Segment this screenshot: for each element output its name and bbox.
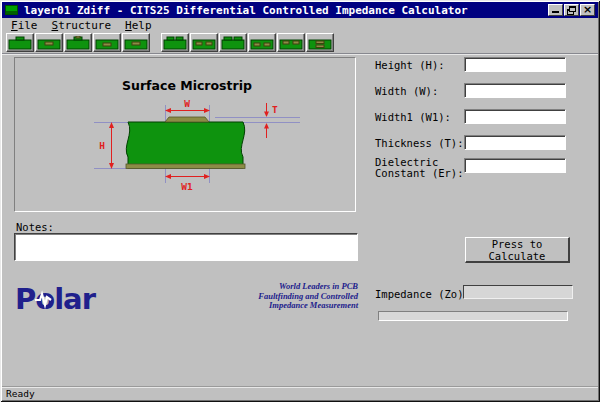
toolbar-button-edge-coupled-offset-stripline[interactable]	[248, 33, 276, 52]
toolbar-button-edge-coupled-coated-microstrip[interactable]	[190, 33, 218, 52]
label-h: H	[99, 140, 105, 151]
width1-label: Width1 (W1):	[375, 112, 465, 123]
centered-stripline-icon	[124, 36, 148, 50]
app-window: layer01 Zdiff - CITS25 Differential Cont…	[0, 0, 600, 402]
title-bar: layer01 Zdiff - CITS25 Differential Cont…	[2, 2, 598, 18]
menu-structure[interactable]: Structure	[45, 18, 119, 34]
broadside-coupled-stripline-icon	[308, 36, 332, 50]
toolbar-button-edge-coupled-embedded-microstrip[interactable]	[219, 33, 247, 52]
toolbar-button-broadside-coupled-stripline[interactable]	[306, 33, 334, 52]
edge-coupled-embedded-microstrip-icon	[221, 36, 245, 50]
dimension-t	[264, 103, 269, 138]
close-icon: ×	[581, 4, 594, 16]
toolbar-button-embedded-microstrip[interactable]	[64, 33, 92, 52]
structure-diagram-panel: Surface Microstrip W	[14, 57, 356, 212]
dimension-w1	[165, 174, 210, 179]
dimension-h	[109, 122, 114, 169]
toolbar-button-coated-microstrip[interactable]	[35, 33, 63, 52]
toolbar-button-centered-stripline[interactable]	[122, 33, 150, 52]
height-input[interactable]	[464, 57, 566, 72]
toolbar-separator	[2, 53, 598, 55]
minimize-icon	[552, 11, 559, 13]
close-button[interactable]: ×	[580, 4, 595, 16]
menu-help[interactable]: Help	[118, 18, 159, 34]
width-label: Width (W):	[375, 86, 465, 97]
app-icon	[5, 5, 18, 15]
toolbar-button-surface-microstrip[interactable]	[6, 33, 34, 52]
notes-label: Notes:	[16, 221, 54, 233]
label-w: W	[184, 98, 190, 109]
height-label: Height (H):	[375, 60, 465, 71]
width1-input[interactable]	[464, 109, 566, 124]
label-w1: W1	[181, 181, 193, 192]
edge-coupled-offset-stripline-icon	[250, 36, 274, 50]
width-input[interactable]	[464, 83, 566, 98]
thickness-input[interactable]	[464, 135, 566, 150]
impedance-label: Impedance (Zo):	[375, 288, 470, 300]
embedded-microstrip-icon	[66, 36, 90, 50]
signal-trace	[165, 117, 209, 122]
status-bar: Ready	[2, 386, 598, 400]
offset-stripline-icon	[95, 36, 119, 50]
toolbar-button-edge-coupled-centered-stripline[interactable]	[277, 33, 305, 52]
coated-microstrip-icon	[37, 36, 61, 50]
ground-plane	[126, 164, 245, 169]
minimize-button[interactable]	[548, 4, 563, 16]
edge-coupled-centered-stripline-icon	[279, 36, 303, 50]
tagline-line: Impedance Measurement	[198, 301, 358, 311]
status-text: Ready	[6, 388, 35, 399]
edge-coupled-surface-microstrip-icon	[163, 36, 187, 50]
notes-input[interactable]	[14, 233, 358, 261]
menu-file[interactable]: File	[4, 18, 45, 34]
window-title: layer01 Zdiff - CITS25 Differential Cont…	[24, 4, 468, 17]
thickness-label: Thickness (T):	[375, 138, 465, 149]
calculate-button[interactable]: Press to Calculate	[465, 237, 570, 263]
company-tagline: World Leaders in PCB Faultfinding and Co…	[198, 282, 358, 311]
edge-coupled-coated-microstrip-icon	[192, 36, 216, 50]
dielectric-constant-label: Dielectric Constant (Er):	[375, 157, 465, 179]
toolbar	[2, 33, 598, 53]
polar-logo: Polar	[15, 283, 107, 315]
pcb-substrate	[126, 122, 244, 168]
surface-microstrip-diagram: Surface Microstrip W	[15, 58, 355, 211]
toolbar-button-offset-stripline[interactable]	[93, 33, 121, 52]
calculation-progress-bar	[378, 311, 568, 321]
dielectric-constant-input[interactable]	[464, 158, 566, 173]
polar-logo-text: Polar	[15, 283, 97, 315]
toolbar-button-edge-coupled-surface-microstrip[interactable]	[161, 33, 189, 52]
diagram-title: Surface Microstrip	[122, 78, 252, 93]
restore-button[interactable]	[564, 4, 579, 16]
surface-microstrip-icon	[8, 36, 32, 50]
impedance-result-field	[463, 285, 573, 299]
label-t: T	[272, 104, 278, 115]
menu-bar: File Structure Help	[2, 18, 598, 33]
